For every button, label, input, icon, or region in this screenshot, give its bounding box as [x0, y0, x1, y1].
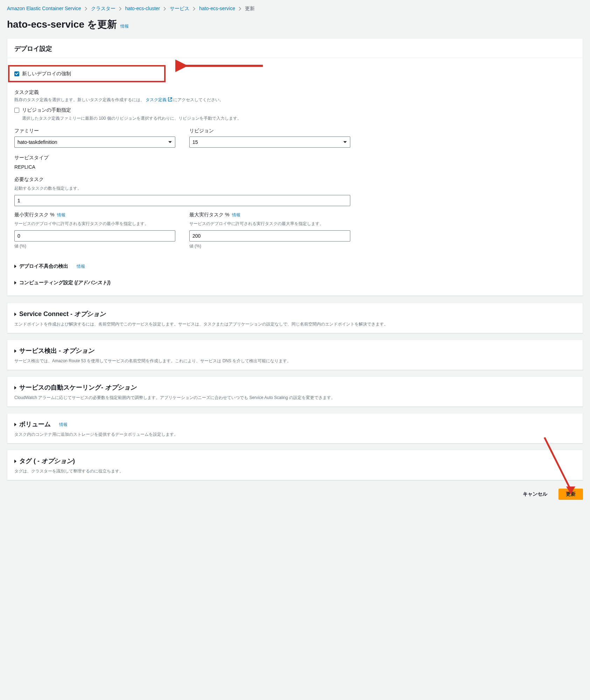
autoscaling-expander[interactable]: サービスの自動スケーリング- オプション: [14, 383, 576, 392]
service-discovery-section: サービス検出 - オプション サービス検出では、Amazon Route 53 …: [7, 340, 583, 370]
page-info-link[interactable]: 情報: [120, 23, 129, 29]
volume-expander[interactable]: ボリューム 情報: [14, 420, 576, 429]
deploy-settings-title: デプロイ設定: [14, 44, 576, 54]
desired-tasks-input[interactable]: [14, 195, 350, 206]
breadcrumb-link-ecs[interactable]: Amazon Elastic Container Service: [7, 5, 81, 12]
min-tasks-input[interactable]: [14, 230, 175, 241]
service-discovery-expander[interactable]: サービス検出 - オプション: [14, 346, 576, 356]
max-tasks-input[interactable]: [189, 230, 350, 241]
tags-expander[interactable]: タグ ( - オプション): [14, 456, 576, 466]
caret-right-icon: [14, 386, 16, 390]
detect-failures-info-link[interactable]: 情報: [77, 263, 85, 270]
manual-revision-checkbox[interactable]: [14, 108, 19, 113]
max-tasks-info-link[interactable]: 情報: [232, 212, 240, 217]
caret-right-icon: [14, 423, 16, 426]
force-new-deployment-highlight: 新しいデプロイの強制: [8, 65, 166, 82]
min-tasks-info-link[interactable]: 情報: [57, 212, 65, 217]
breadcrumb-current: 更新: [245, 5, 255, 12]
cancel-button[interactable]: キャンセル: [516, 489, 554, 500]
breadcrumb-link-services[interactable]: サービス: [170, 5, 189, 12]
service-connect-desc: エンドポイントを作成および解決するには、名前空間内でこのサービスを設定します。サ…: [14, 321, 576, 327]
volume-desc: タスク内のコンテナ用に追加のストレージを提供するデータボリュームを設定します。: [14, 431, 576, 438]
caret-right-icon: [14, 313, 16, 316]
chevron-right-icon: [119, 7, 122, 11]
chevron-right-icon: [239, 7, 241, 11]
task-definition-desc: 既存のタスク定義を選択します。新しいタスク定義を作成するには、 タスク定義 にア…: [14, 97, 576, 103]
max-tasks-label: 最大実行タスク % 情報: [189, 211, 350, 218]
submit-button[interactable]: 更新: [559, 489, 583, 500]
max-tasks-hint: 値 (%): [189, 243, 350, 249]
manual-revision-desc: 選択したタスク定義ファミリーに最新の 100 個のリビジョンを選択する代わりに、…: [22, 115, 576, 121]
volume-info-link[interactable]: 情報: [59, 421, 68, 428]
compute-config-expander[interactable]: コンピューティング設定 ((アドバンスト)): [14, 277, 576, 288]
manual-revision-label[interactable]: リビジョンの手動指定: [22, 106, 71, 114]
caret-right-icon: [14, 349, 16, 353]
chevron-right-icon: [193, 7, 196, 11]
tags-section: タグ ( - オプション) タグは、クラスターを識別して整理するのに役立ちます。: [7, 450, 583, 480]
annotation-arrow-icon: [175, 59, 266, 73]
service-connect-expander[interactable]: Service Connect - オプション: [14, 309, 576, 319]
breadcrumb: Amazon Elastic Container Service クラスター h…: [7, 0, 583, 17]
task-definition-label: タスク定義: [14, 89, 576, 96]
task-definition-link[interactable]: タスク定義: [146, 97, 172, 102]
force-new-deployment-label[interactable]: 新しいデプロイの強制: [22, 70, 71, 77]
tags-desc: タグは、クラスターを識別して整理するのに役立ちます。: [14, 468, 576, 474]
footer-buttons: キャンセル 更新: [7, 486, 583, 502]
min-tasks-desc: サービスのデプロイ中に許可される実行タスクの最小率を指定します。: [14, 220, 175, 227]
desired-tasks-label: 必要なタスク: [14, 176, 576, 183]
min-tasks-hint: 値 (%): [14, 243, 175, 249]
breadcrumb-link-clusters[interactable]: クラスター: [91, 5, 115, 12]
service-connect-section: Service Connect - オプション エンドポイントを作成および解決す…: [7, 303, 583, 333]
breadcrumb-link-cluster-name[interactable]: hato-ecs-cluster: [125, 5, 160, 12]
volume-section: ボリューム 情報 タスク内のコンテナ用に追加のストレージを提供するデータボリュー…: [7, 413, 583, 443]
chevron-right-icon: [163, 7, 166, 11]
service-type-label: サービスタイプ: [14, 154, 576, 161]
min-tasks-label: 最小実行タスク % 情報: [14, 211, 175, 218]
max-tasks-desc: サービスのデプロイ中に許可される実行タスクの最大率を指定します。: [189, 220, 350, 227]
caret-right-icon: [14, 265, 16, 268]
desired-tasks-desc: 起動するタスクの数を指定します。: [14, 185, 576, 191]
task-definition-section: タスク定義 既存のタスク定義を選択します。新しいタスク定義を作成するには、 タス…: [14, 89, 576, 288]
external-link-icon: [168, 97, 172, 102]
detect-failures-expander[interactable]: デプロイ不具合の検出 情報: [14, 260, 576, 272]
page-title: hato-ecs-service を更新: [7, 17, 117, 32]
force-new-deployment-checkbox[interactable]: [14, 71, 19, 76]
deploy-settings-card: デプロイ設定 新しいデプロイの強制 タスク定義 既存のタスク定義を選択します。新…: [7, 38, 583, 296]
revision-select[interactable]: 15: [189, 136, 350, 148]
caret-right-icon: [14, 281, 16, 285]
family-select[interactable]: hato-taskdefinition: [14, 136, 175, 148]
revision-label: リビジョン: [189, 127, 350, 134]
autoscaling-desc: CloudWatch アラームに応じてサービスの必要数を指定範囲内で調整します。…: [14, 394, 576, 401]
family-label: ファミリー: [14, 127, 175, 134]
chevron-right-icon: [85, 7, 87, 11]
breadcrumb-link-service-name[interactable]: hato-ecs-service: [199, 5, 235, 12]
autoscaling-section: サービスの自動スケーリング- オプション CloudWatch アラームに応じて…: [7, 376, 583, 407]
service-discovery-desc: サービス検出では、Amazon Route 53 を使用してサービスの名前空間を…: [14, 358, 576, 364]
caret-right-icon: [14, 460, 16, 463]
service-type-value: REPLICA: [14, 163, 576, 171]
